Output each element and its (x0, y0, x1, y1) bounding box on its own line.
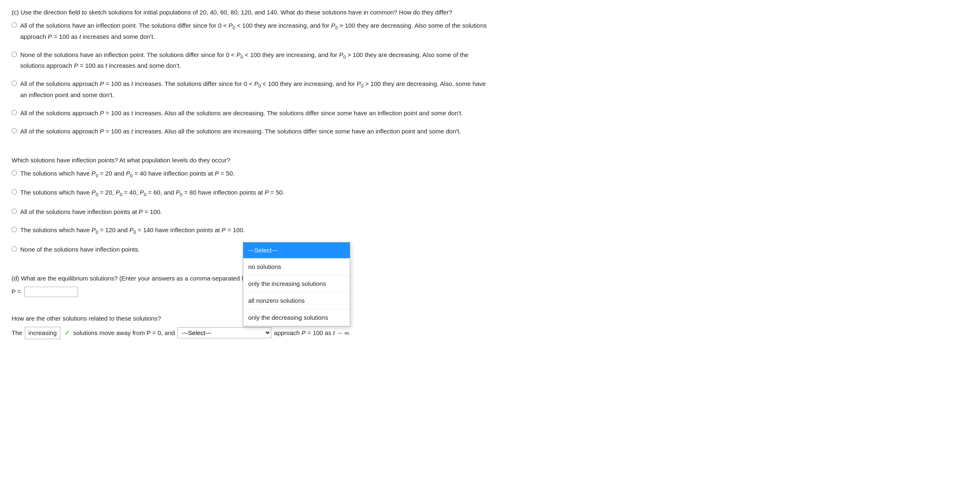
radio-group-i4: The solutions which have P0 = 120 and P0… (12, 225, 968, 236)
dropdown-option-no-solutions[interactable]: no solutions (243, 258, 350, 275)
radio-group-i1: The solutions which have P0 = 20 and P0 … (12, 169, 968, 180)
radio-c4[interactable] (12, 110, 17, 115)
part-c-block: (c) Use the direction field to sketch so… (12, 7, 968, 136)
radio-label-i4: The solutions which have P0 = 120 and P0… (20, 225, 245, 236)
radio-i2[interactable] (12, 189, 17, 195)
part-d-label: (d) What are the equilibrium solutions? … (12, 273, 968, 283)
dropdown-open[interactable]: ---Select--- no solutions only the incre… (243, 242, 350, 326)
radio-label-c2: None of the solutions have an inflection… (20, 50, 468, 71)
radio-i5[interactable] (12, 246, 17, 252)
other-solutions-label: How are the other solutions related to t… (12, 314, 968, 323)
suffix-text: approach P = 100 as t → ∞. (274, 328, 350, 338)
checkmark-icon: ✓ (64, 327, 71, 339)
dropdown-option-only-increasing[interactable]: only the increasing solutions (243, 275, 350, 292)
inflection-label: Which solutions have inflection points? … (12, 155, 968, 165)
dropdown-selected[interactable]: ---Select--- (243, 242, 350, 258)
radio-label-c3: All of the solutions approach P = 100 as… (20, 79, 486, 100)
radio-group-c2: None of the solutions have an inflection… (12, 50, 968, 71)
the-prefix: The (12, 328, 22, 338)
radio-group-c4: All of the solutions approach P = 100 as… (12, 108, 968, 118)
radio-label-i3: All of the solutions have inflection poi… (20, 207, 162, 217)
p-equals-label: P = (12, 287, 21, 297)
radio-group-i2: The solutions which have P0 = 20, P0 = 4… (12, 188, 968, 199)
radio-c2[interactable] (12, 52, 17, 57)
radio-label-c1: All of the solutions have an inflection … (20, 21, 487, 42)
radio-i3[interactable] (12, 209, 17, 214)
radio-group-c1: All of the solutions have an inflection … (12, 21, 968, 42)
radio-group-i5-row: None of the solutions have inflection po… (12, 245, 968, 254)
radio-group-c3: All of the solutions approach P = 100 as… (12, 79, 968, 100)
part-d-row: P = (12, 287, 968, 297)
other-solutions-block: How are the other solutions related to t… (12, 314, 968, 339)
radio-c3[interactable] (12, 81, 17, 86)
bottom-select[interactable]: ---Select--- no solutions only the incre… (177, 327, 271, 338)
word-box-increasing: increasing (25, 327, 60, 339)
radio-label-c5: All of the solutions approach P = 100 as… (20, 126, 461, 136)
last-line: The increasing ✓ solutions move away fro… (12, 327, 968, 339)
inflection-block: Which solutions have inflection points? … (12, 155, 968, 254)
radio-group-i3: All of the solutions have inflection poi… (12, 207, 968, 217)
radio-label-c4: All of the solutions approach P = 100 as… (20, 108, 463, 118)
radio-label-i5: None of the solutions have inflection po… (20, 245, 140, 254)
equilibrium-input[interactable] (24, 287, 78, 297)
dropdown-option-only-decreasing[interactable]: only the decreasing solutions (243, 309, 350, 326)
radio-label-i2: The solutions which have P0 = 20, P0 = 4… (20, 188, 285, 199)
radio-i4[interactable] (12, 227, 17, 232)
dropdown-option-all-nonzero[interactable]: all nonzero solutions (243, 292, 350, 309)
middle-text: solutions move away from P = 0, and (73, 328, 175, 338)
radio-i1[interactable] (12, 170, 17, 176)
radio-c1[interactable] (12, 22, 17, 28)
part-c-label: (c) Use the direction field to sketch so… (12, 7, 968, 17)
radio-c5[interactable] (12, 128, 17, 133)
part-d-block: (d) What are the equilibrium solutions? … (12, 273, 968, 297)
radio-group-i5: None of the solutions have inflection po… (12, 245, 140, 254)
radio-group-c5: All of the solutions approach P = 100 as… (12, 126, 968, 136)
radio-label-i1: The solutions which have P0 = 20 and P0 … (20, 169, 235, 180)
